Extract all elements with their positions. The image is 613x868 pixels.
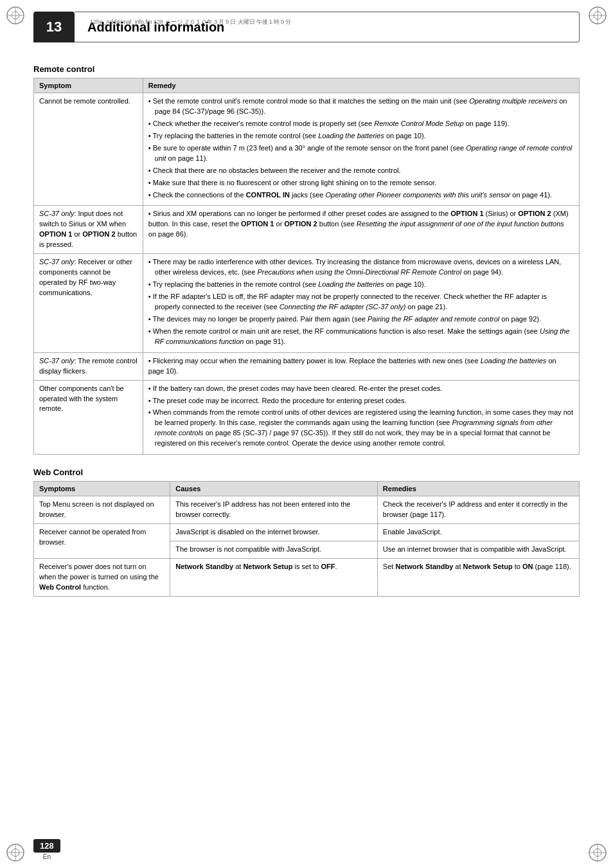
table-row: Receiver cannot be operated from browser… — [34, 524, 580, 541]
remedy-cell: Set Network Standby at Network Setup to … — [377, 558, 579, 596]
file-info: 12he_Additional_info.fm 128 ページ ２０１０年３月９… — [90, 18, 291, 26]
table-row: Cannot be remote controlled. Set the rem… — [34, 93, 580, 206]
table-row: SC-37 only: The remote control display f… — [34, 352, 580, 380]
bullet-item: The devices may no longer be properly pa… — [148, 314, 574, 325]
bullet-item: Check the connections of the CONTROL IN … — [148, 190, 574, 201]
remedy-cell: Check the receiver's IP address and ente… — [377, 496, 579, 524]
page-number: 128 — [33, 839, 60, 853]
chapter-title-box: Additional information — [75, 12, 580, 42]
table-row: Top Menu screen is not displayed on brow… — [34, 496, 580, 524]
web-col-symptoms: Symptoms — [34, 482, 170, 496]
remote-col-symptom: Symptom — [34, 78, 143, 93]
cause-cell: This receiver's IP address has not been … — [170, 496, 378, 524]
page-number-box: 128 En — [33, 839, 60, 860]
symptom-cell: Top Menu screen is not displayed on brow… — [34, 496, 170, 524]
main-content: Remote control Symptom Remedy Cannot be … — [33, 51, 580, 829]
bullet-item: If the RF adapter's LED is off, the RF a… — [148, 292, 574, 312]
remote-control-title: Remote control — [33, 64, 580, 74]
symptom-cell: SC-37 only: The remote control display f… — [34, 352, 143, 380]
bullet-item: Check that there are no obstacles betwee… — [148, 166, 574, 176]
chapter-number: 13 — [33, 12, 75, 42]
web-control-title: Web Control — [33, 467, 580, 477]
symptom-cell: SC-37 only: Receiver or other components… — [34, 254, 143, 353]
cause-cell: The browser is not compatible with JavaS… — [170, 541, 378, 559]
remedy-cell: Use an internet browser that is compatib… — [377, 541, 579, 559]
bullet-item: When commands from the remote control un… — [148, 408, 574, 449]
bullet-item: Set the remote control unit's remote con… — [148, 96, 574, 117]
table-row: SC-37 only: Input does not switch to Sir… — [34, 206, 580, 254]
bullet-item: Try replacing the batteries in the remot… — [148, 131, 574, 141]
cause-cell: JavaScript is disabled on the internet b… — [170, 524, 378, 541]
symptom-cell: Receiver's power does not turn on when t… — [34, 558, 170, 596]
remedy-cell: • Sirius and XM operations can no longer… — [143, 206, 579, 254]
bullet-item: There may be radio interference with oth… — [148, 257, 574, 278]
symptom-cell: Receiver cannot be operated from browser… — [34, 524, 170, 559]
bullet-item: If the battery ran down, the preset code… — [148, 384, 574, 394]
remedy-cell: Enable JavaScript. — [377, 524, 579, 541]
table-row: SC-37 only: Receiver or other components… — [34, 254, 580, 353]
remedy-cell: • Flickering may occur when the remainin… — [143, 352, 579, 380]
symptom-cell: Cannot be remote controlled. — [34, 93, 143, 206]
page-lang: En — [43, 853, 51, 860]
symptom-cell: Other components can't be operated with … — [34, 380, 143, 455]
bullet-item: Make sure that there is no fluorescent o… — [148, 178, 574, 188]
corner-decoration-br — [587, 842, 608, 863]
bullet-item: The preset code may be incorrect. Redo t… — [148, 396, 574, 406]
remedy-cell: If the battery ran down, the preset code… — [143, 380, 579, 455]
web-col-causes: Causes — [170, 482, 378, 496]
cause-cell: Network Standby at Network Setup is set … — [170, 558, 378, 596]
symptom-cell: SC-37 only: Input does not switch to Sir… — [34, 206, 143, 254]
remedy-cell: There may be radio interference with oth… — [143, 254, 579, 353]
bullet-item: Be sure to operate within 7 m (23 feet) … — [148, 143, 574, 164]
table-row: Other components can't be operated with … — [34, 380, 580, 455]
remedy-cell: Set the remote control unit's remote con… — [143, 93, 579, 206]
corner-decoration-bl — [5, 842, 26, 863]
bullet-item: Check whether the receiver's remote cont… — [148, 119, 574, 129]
remote-control-table: Symptom Remedy Cannot be remote controll… — [33, 78, 580, 455]
bullet-item: When the remote control or main unit are… — [148, 327, 574, 347]
bullet-item: Try replacing the batteries in the remot… — [148, 280, 574, 290]
web-col-remedies: Remedies — [377, 482, 579, 496]
table-row: Receiver's power does not turn on when t… — [34, 558, 580, 596]
remote-col-remedy: Remedy — [143, 78, 579, 93]
web-control-table: Symptoms Causes Remedies Top Menu screen… — [33, 481, 580, 597]
